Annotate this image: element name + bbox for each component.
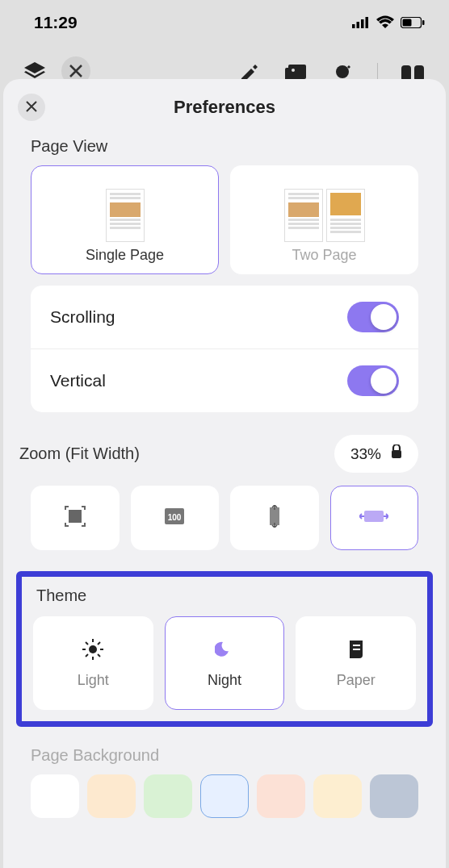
zoom-value-pill[interactable]: 33% — [334, 435, 418, 473]
vertical-toggle[interactable] — [347, 365, 399, 396]
svg-rect-8 — [288, 65, 306, 79]
close-button[interactable] — [18, 94, 45, 121]
svg-rect-6 — [403, 19, 412, 27]
theme-section-highlight: Theme Light Night Paper — [16, 571, 433, 727]
page-background-label: Page Background — [3, 738, 446, 774]
theme-light-label: Light — [78, 672, 109, 689]
theme-label: Theme — [33, 585, 416, 616]
bg-swatch-6[interactable] — [370, 774, 418, 818]
svg-rect-13 — [392, 450, 401, 458]
theme-paper-button[interactable]: Paper — [296, 616, 416, 710]
theme-night-button[interactable]: Night — [165, 616, 285, 710]
svg-rect-17 — [270, 507, 279, 525]
status-indicators — [352, 13, 425, 32]
theme-light-button[interactable]: Light — [33, 616, 153, 710]
svg-rect-5 — [422, 20, 425, 25]
svg-line-26 — [98, 642, 100, 645]
preferences-sheet: Preferences Page View Single Page Two Pa… — [3, 79, 446, 868]
cellular-icon — [352, 13, 370, 32]
fit-width-icon — [359, 507, 388, 528]
bg-swatch-1[interactable] — [87, 774, 136, 818]
svg-rect-28 — [353, 645, 360, 646]
svg-point-19 — [89, 645, 97, 653]
two-page-option[interactable]: Two Page — [230, 165, 418, 274]
svg-rect-2 — [361, 19, 364, 28]
svg-point-10 — [336, 65, 349, 78]
zoom-fit-height-button[interactable] — [230, 486, 319, 550]
bg-swatch-4[interactable] — [257, 774, 305, 818]
svg-point-9 — [292, 69, 295, 72]
svg-line-24 — [86, 642, 88, 645]
bg-swatch-5[interactable] — [313, 774, 362, 818]
sun-icon — [82, 638, 104, 661]
single-page-option[interactable]: Single Page — [31, 165, 219, 274]
bg-swatch-3[interactable] — [200, 774, 249, 818]
scrolling-toggle[interactable] — [347, 302, 399, 332]
sheet-title: Preferences — [174, 97, 275, 118]
zoom-100-icon: 100 — [163, 507, 186, 529]
wifi-icon — [376, 13, 394, 32]
lock-icon — [391, 444, 402, 463]
page-view-label: Page View — [3, 129, 446, 165]
moon-icon — [213, 638, 236, 661]
svg-line-25 — [98, 654, 100, 657]
vertical-row: Vertical — [31, 349, 418, 412]
zoom-fit-page-button[interactable] — [31, 486, 120, 550]
bg-swatch-0[interactable] — [31, 774, 79, 818]
bg-swatch-2[interactable] — [144, 774, 192, 818]
zoom-value: 33% — [350, 445, 381, 463]
svg-line-27 — [86, 654, 88, 657]
single-page-label: Single Page — [86, 247, 164, 264]
svg-rect-3 — [366, 17, 369, 28]
svg-rect-29 — [353, 649, 360, 650]
two-page-label: Two Page — [292, 247, 356, 264]
fit-page-icon — [64, 505, 86, 531]
status-bar: 11:29 — [0, 0, 449, 45]
vertical-label: Vertical — [50, 371, 106, 390]
theme-night-label: Night — [208, 672, 241, 689]
scrolling-label: Scrolling — [50, 307, 115, 327]
svg-rect-14 — [69, 510, 82, 523]
svg-rect-1 — [357, 22, 360, 28]
paper-icon — [345, 638, 367, 661]
theme-paper-label: Paper — [337, 672, 376, 689]
zoom-100-button[interactable]: 100 — [131, 486, 220, 550]
scrolling-row: Scrolling — [31, 286, 418, 349]
close-icon — [26, 99, 37, 116]
svg-rect-18 — [364, 511, 384, 522]
svg-text:100: 100 — [168, 513, 182, 522]
svg-rect-0 — [352, 24, 355, 28]
status-time: 11:29 — [34, 13, 78, 32]
zoom-fit-width-button[interactable] — [330, 486, 419, 550]
battery-icon — [401, 13, 425, 32]
background-swatches — [3, 774, 446, 818]
zoom-label: Zoom (Fit Width) — [19, 444, 140, 463]
fit-height-icon — [263, 505, 286, 531]
